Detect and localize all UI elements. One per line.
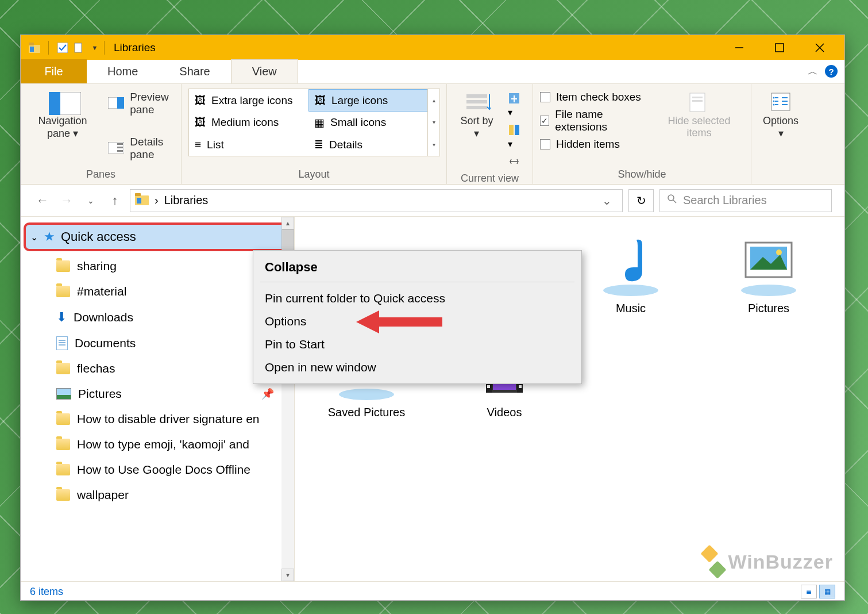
navigation-pane-button[interactable]: Navigation pane ▾ — [28, 89, 98, 143]
search-placeholder: Search Libraries — [683, 194, 767, 207]
svg-rect-14 — [117, 143, 123, 145]
sidebar-item-label: wallpaper — [77, 488, 129, 502]
sidebar-item[interactable]: wallpaper — [21, 482, 294, 508]
tab-view[interactable]: View — [231, 59, 298, 83]
file-name-extensions-toggle[interactable]: ✓File name extensions — [540, 106, 646, 136]
layout-scroll-up-icon[interactable]: ▴ — [433, 95, 435, 106]
help-icon[interactable]: ? — [825, 65, 838, 78]
sidebar-item[interactable]: Pictures📌 — [21, 381, 294, 406]
tab-home[interactable]: Home — [87, 59, 159, 83]
folder-icon — [56, 464, 70, 475]
svg-rect-23 — [690, 93, 705, 112]
svg-point-35 — [603, 285, 658, 296]
forward-button[interactable]: → — [57, 191, 76, 210]
sort-by-button[interactable]: Sort by ▾ — [454, 89, 500, 143]
svg-rect-58 — [487, 385, 490, 388]
address-dropdown-icon[interactable]: ⌄ — [596, 194, 618, 208]
layout-more-icon[interactable]: ▾ — [433, 139, 435, 150]
scrollbar-up-button[interactable]: ▴ — [281, 217, 294, 229]
details-view-button[interactable]: ≣ — [801, 585, 817, 598]
picture-icon — [56, 388, 71, 400]
preview-pane-button[interactable]: Preview pane — [106, 89, 174, 118]
context-menu-open-new-window[interactable]: Open in new window — [253, 356, 581, 379]
search-input[interactable]: Search Libraries — [659, 189, 832, 212]
back-button[interactable]: ← — [33, 191, 52, 210]
qat-dropdown-icon[interactable]: ▼ — [89, 42, 101, 53]
tab-share[interactable]: Share — [159, 59, 230, 83]
sidebar-quick-access[interactable]: ⌄ ★ Quick access — [24, 222, 291, 251]
svg-rect-3 — [57, 43, 68, 53]
up-button[interactable]: ↑ — [106, 191, 124, 210]
details-pane-button[interactable]: Details pane — [106, 133, 174, 163]
sidebar-item-label: How to type emoji, 'kaomoji' and — [77, 438, 249, 451]
layout-extra-large[interactable]: 🖼Extra large icons — [189, 89, 308, 112]
svg-rect-25 — [692, 100, 703, 102]
layout-list[interactable]: ≡List — [189, 134, 308, 156]
item-check-boxes-toggle[interactable]: Item check boxes — [540, 89, 646, 106]
refresh-button[interactable]: ↻ — [628, 189, 654, 212]
sidebar-item[interactable]: How to Use Google Docs Offline — [21, 457, 294, 482]
layout-scroll-down-icon[interactable]: ▾ — [433, 117, 435, 128]
minimize-button[interactable] — [719, 35, 759, 60]
svg-line-34 — [673, 200, 676, 203]
layout-large[interactable]: 🖼Large icons — [308, 89, 428, 112]
svg-point-27 — [773, 97, 775, 99]
library-icon — [596, 228, 665, 297]
svg-rect-19 — [466, 106, 487, 109]
svg-rect-2 — [30, 47, 34, 52]
context-menu-options[interactable]: Options — [253, 310, 581, 333]
svg-rect-6 — [776, 44, 784, 52]
close-button[interactable] — [800, 35, 840, 60]
sidebar-item-label: Pictures — [78, 387, 122, 401]
hidden-items-toggle[interactable]: Hidden items — [540, 136, 646, 153]
hide-selected-button[interactable]: Hide selected items — [654, 89, 744, 143]
svg-rect-65 — [519, 385, 522, 388]
statusbar: 6 items ≣ ▦ — [21, 581, 844, 601]
options-button[interactable]: Options▾ — [758, 89, 803, 143]
address-bar[interactable]: › Libraries ⌄ — [130, 189, 623, 212]
layout-medium[interactable]: 🖼Medium icons — [189, 112, 308, 133]
library-label: Videos — [487, 406, 522, 419]
svg-rect-21 — [509, 125, 514, 135]
watermark-logo-icon — [695, 547, 724, 576]
navigation-row: ← → ⌄ ↑ › Libraries ⌄ ↻ Search Libraries — [21, 185, 844, 217]
sidebar-item-label: sharing — [77, 259, 117, 273]
svg-rect-31 — [135, 193, 141, 196]
svg-rect-24 — [692, 97, 703, 98]
svg-rect-16 — [117, 150, 123, 152]
maximize-button[interactable] — [759, 35, 800, 60]
large-icons-view-button[interactable]: ▦ — [819, 585, 835, 598]
library-item[interactable]: Pictures — [720, 228, 817, 315]
library-icon — [734, 228, 803, 297]
context-menu-title[interactable]: Collapse — [253, 255, 581, 279]
watermark-text: WinBuzzer — [728, 551, 833, 573]
recent-dropdown-icon[interactable]: ⌄ — [82, 191, 100, 210]
layout-details[interactable]: ≣Details — [308, 134, 428, 156]
properties-icon[interactable] — [57, 42, 68, 53]
current-view-group-label: Current view — [454, 170, 526, 187]
scrollbar-down-button[interactable]: ▾ — [281, 569, 294, 581]
context-menu-pin-start[interactable]: Pin to Start — [253, 333, 581, 356]
sort-by-label: Sort by ▾ — [458, 115, 495, 140]
library-item[interactable]: Music — [582, 228, 680, 315]
layout-group-label: Layout — [188, 166, 439, 183]
layout-gallery[interactable]: 🖼Extra large icons 🖼Large icons 🖼Medium … — [188, 89, 429, 156]
group-by-icon[interactable]: ▾ — [508, 124, 526, 149]
chevron-down-icon: ⌄ — [30, 232, 38, 243]
star-icon: ★ — [44, 229, 55, 244]
context-menu-pin-quick-access[interactable]: Pin current folder to Quick access — [253, 287, 581, 310]
folder-icon — [56, 363, 70, 374]
sidebar-item[interactable]: How to disable driver signature en — [21, 406, 294, 432]
panes-group-label: Panes — [28, 166, 174, 183]
layout-small[interactable]: ▦Small icons — [308, 112, 428, 133]
tab-file[interactable]: File — [21, 59, 87, 83]
svg-point-39 — [776, 250, 782, 255]
breadcrumb-location[interactable]: Libraries — [164, 194, 209, 207]
new-folder-icon[interactable] — [73, 42, 84, 53]
add-columns-icon[interactable]: ▾ — [508, 92, 526, 118]
svg-rect-12 — [117, 97, 124, 109]
size-columns-icon[interactable] — [508, 155, 526, 170]
sidebar-item[interactable]: How to type emoji, 'kaomoji' and — [21, 432, 294, 457]
collapse-ribbon-icon[interactable]: ︿ — [808, 64, 818, 78]
quick-access-label: Quick access — [61, 229, 136, 244]
